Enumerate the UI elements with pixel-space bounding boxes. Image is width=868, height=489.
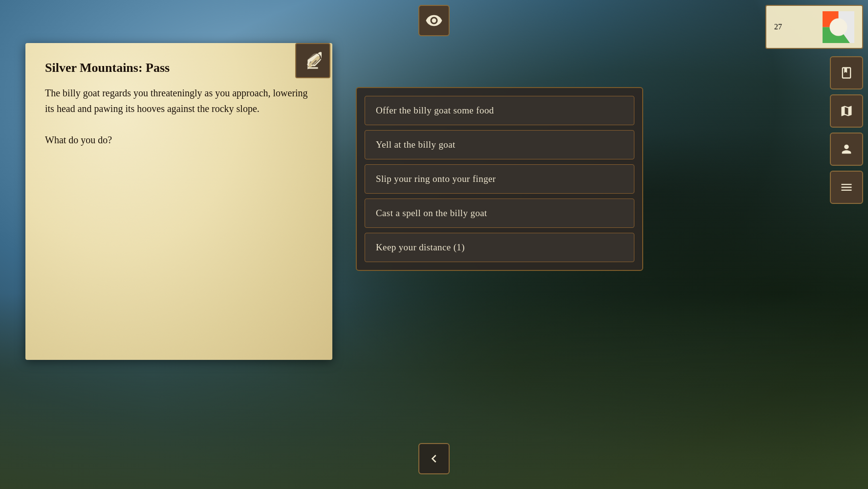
chevron-left-icon	[426, 451, 442, 467]
choice-slip-ring[interactable]: Slip your ring onto your finger	[365, 164, 634, 194]
menu-icon	[840, 180, 853, 194]
menu-button[interactable]	[830, 171, 863, 204]
right-button-panel	[830, 56, 863, 204]
choices-panel: Offer the billy goat some food Yell at t…	[356, 87, 643, 271]
score-pie-chart	[823, 11, 854, 43]
codex-button[interactable]	[830, 56, 863, 89]
score-panel: 27	[765, 5, 863, 49]
book-icon	[840, 66, 853, 80]
feather-icon-visual	[303, 51, 323, 70]
svg-point-3	[829, 18, 847, 36]
choice-cast-spell[interactable]: Cast a spell on the billy goat	[365, 199, 634, 228]
choice-yell[interactable]: Yell at the billy goat	[365, 130, 634, 159]
map-button[interactable]	[830, 94, 863, 128]
look-button[interactable]	[418, 5, 450, 36]
journal-button[interactable]	[295, 43, 330, 78]
character-icon	[840, 142, 853, 156]
parchment-panel: Silver Mountains: Pass The billy goat re…	[25, 43, 332, 360]
map-icon	[840, 104, 853, 118]
scene-description: The billy goat regards you threateningly…	[45, 85, 313, 148]
location-title: Silver Mountains: Pass	[45, 61, 313, 75]
choice-offer-food[interactable]: Offer the billy goat some food	[365, 96, 634, 125]
eye-icon	[425, 12, 443, 29]
back-button[interactable]	[418, 443, 450, 474]
score-number: 27	[774, 22, 782, 31]
choice-keep-distance[interactable]: Keep your distance (1)	[365, 233, 634, 262]
character-button[interactable]	[830, 133, 863, 166]
